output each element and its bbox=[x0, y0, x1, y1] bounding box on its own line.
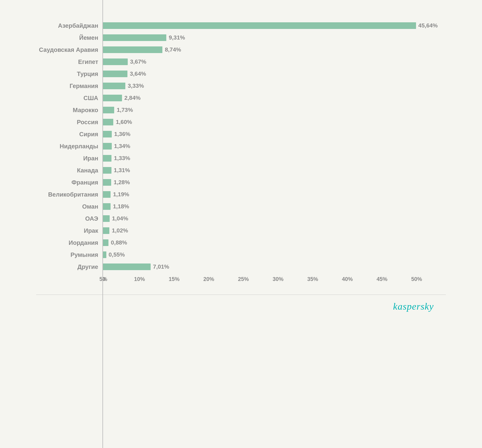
bar-row: Нидерланды1,34% bbox=[36, 142, 446, 151]
bar-row: Франция1,28% bbox=[36, 178, 446, 187]
bar-label: США bbox=[36, 95, 102, 102]
bar-row: Канада1,31% bbox=[36, 166, 446, 175]
bar-track: 1,36% bbox=[102, 131, 446, 138]
chart-container: Азербайджан45,64%Йемен9,31%Саудовская Ар… bbox=[30, 12, 452, 318]
bar-track: 7,01% bbox=[102, 263, 446, 270]
bar-fill bbox=[102, 179, 111, 186]
bar-fill bbox=[102, 107, 114, 113]
bar-value: 3,33% bbox=[128, 83, 144, 89]
bar-value: 1,31% bbox=[114, 167, 130, 174]
bar-value: 1,73% bbox=[117, 107, 133, 113]
bar-label: Оман bbox=[36, 203, 102, 210]
kaspersky-logo: kaspersky bbox=[36, 301, 446, 312]
bar-value: 3,64% bbox=[130, 71, 146, 77]
bar-label: Йемен bbox=[36, 34, 102, 41]
divider-line bbox=[36, 295, 446, 295]
bar-row: Россия1,60% bbox=[36, 118, 446, 127]
bar-value: 1,33% bbox=[114, 155, 130, 162]
bar-fill bbox=[102, 203, 111, 210]
bar-row: Саудовская Аравия8,74% bbox=[36, 45, 446, 54]
bar-row: Турция3,64% bbox=[36, 69, 446, 78]
bar-value: 0,55% bbox=[109, 251, 125, 258]
bar-label: Россия bbox=[36, 119, 102, 126]
bar-track: 1,34% bbox=[102, 143, 446, 150]
bar-value: 9,31% bbox=[169, 34, 185, 41]
bar-fill bbox=[102, 263, 151, 270]
bar-fill bbox=[102, 215, 110, 222]
bar-track: 1,28% bbox=[102, 179, 446, 186]
bar-label: Саудовская Аравия bbox=[36, 46, 102, 53]
bar-fill bbox=[102, 227, 109, 234]
bar-fill bbox=[102, 239, 108, 246]
bar-value: 2,84% bbox=[124, 95, 141, 101]
bar-row: Оман1,18% bbox=[36, 202, 446, 211]
bar-track: 1,04% bbox=[102, 215, 446, 222]
bar-track: 2,84% bbox=[102, 94, 446, 102]
bar-fill bbox=[102, 46, 162, 53]
bar-label: Иран bbox=[36, 155, 102, 162]
x-tick: 15% bbox=[169, 276, 203, 282]
bar-track: 8,74% bbox=[102, 46, 446, 53]
x-tick: 40% bbox=[342, 276, 377, 282]
bar-track: 0,88% bbox=[102, 239, 446, 246]
bar-row: Румыния0,55% bbox=[36, 250, 446, 259]
bar-track: 1,73% bbox=[102, 106, 446, 114]
bar-label: Египет bbox=[36, 58, 102, 65]
bar-fill bbox=[102, 191, 111, 198]
bar-value: 1,18% bbox=[113, 203, 129, 210]
bar-row: Великобритания1,19% bbox=[36, 190, 446, 199]
bar-track: 1,60% bbox=[102, 118, 446, 126]
bar-row: Марокко1,73% bbox=[36, 106, 446, 115]
bar-label: Германия bbox=[36, 83, 102, 90]
bar-label: Великобритания bbox=[36, 191, 102, 198]
x-tick: 5% bbox=[99, 276, 134, 282]
bar-fill bbox=[102, 95, 122, 101]
bar-track: 3,33% bbox=[102, 82, 446, 90]
bar-row: Сирия1,36% bbox=[36, 130, 446, 139]
x-tick: 10% bbox=[134, 276, 169, 282]
chart-area: Азербайджан45,64%Йемен9,31%Саудовская Ар… bbox=[36, 21, 446, 274]
bar-value: 8,74% bbox=[165, 46, 181, 53]
bar-label: Нидерланды bbox=[36, 143, 102, 150]
bar-fill bbox=[102, 143, 112, 150]
bar-fill bbox=[102, 22, 416, 29]
x-tick: 20% bbox=[203, 276, 238, 282]
bar-row: США2,84% bbox=[36, 93, 446, 103]
bar-fill bbox=[102, 58, 128, 65]
bar-fill bbox=[102, 83, 125, 89]
bar-fill bbox=[102, 167, 111, 174]
x-axis: 05%10%15%20%25%30%35%40%45%50% bbox=[36, 276, 446, 282]
bar-label: Канада bbox=[36, 167, 102, 174]
bar-row: Ирак1,02% bbox=[36, 226, 446, 235]
x-tick: 35% bbox=[307, 276, 342, 282]
bar-label: Марокко bbox=[36, 107, 102, 114]
bar-row: Германия3,33% bbox=[36, 81, 446, 90]
bar-value: 0,88% bbox=[111, 239, 127, 246]
bar-fill bbox=[102, 34, 166, 41]
y-axis-line bbox=[102, 0, 103, 448]
x-tick: 50% bbox=[411, 276, 446, 282]
bar-track: 3,67% bbox=[102, 58, 446, 65]
x-tick: 45% bbox=[377, 276, 411, 282]
bar-value: 1,19% bbox=[113, 191, 129, 198]
bar-value: 45,64% bbox=[418, 22, 438, 29]
bar-track: 3,64% bbox=[102, 70, 446, 77]
bar-fill bbox=[102, 119, 113, 125]
bar-label: Сирия bbox=[36, 131, 102, 138]
bar-track: 9,31% bbox=[102, 34, 446, 41]
bar-track: 0,55% bbox=[102, 251, 446, 258]
bar-track: 1,18% bbox=[102, 203, 446, 210]
bar-track: 1,31% bbox=[102, 167, 446, 174]
bar-track: 1,33% bbox=[102, 155, 446, 162]
bar-row: ОАЭ1,04% bbox=[36, 214, 446, 223]
bar-row: Йемен9,31% bbox=[36, 33, 446, 42]
bar-row: Иран1,33% bbox=[36, 154, 446, 163]
bar-value: 1,36% bbox=[114, 131, 130, 137]
bar-label: Другие bbox=[36, 263, 102, 270]
x-tick: 30% bbox=[273, 276, 307, 282]
bar-label: Ирак bbox=[36, 227, 102, 234]
bar-value: 3,67% bbox=[130, 58, 146, 65]
bar-label: Франция bbox=[36, 179, 102, 186]
bar-value: 1,02% bbox=[112, 227, 128, 234]
bar-fill bbox=[102, 71, 127, 77]
